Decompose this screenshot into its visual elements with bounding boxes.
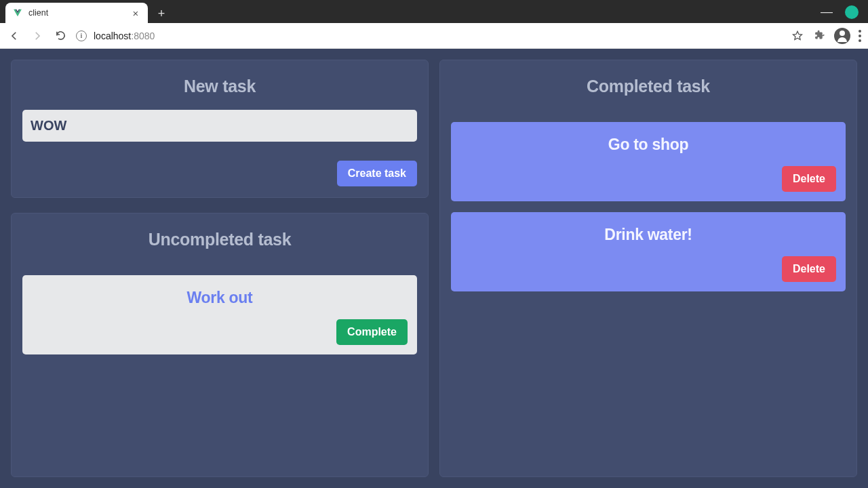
create-task-button[interactable]: Create task [337,161,417,186]
user-avatar-icon[interactable] [834,28,850,44]
delete-button[interactable]: Delete [782,256,836,282]
forward-button[interactable] [30,28,45,43]
new-tab-button[interactable]: + [152,4,171,23]
reload-button[interactable] [53,28,68,43]
task-card: Work out Complete [22,275,417,354]
tab-title: client [28,8,125,18]
uncompleted-heading: Uncompleted task [22,230,417,249]
task-card: Go to shop Delete [451,122,846,201]
site-info-icon[interactable]: i [76,30,87,41]
task-title: Work out [32,289,408,307]
right-column: Completed task Go to shop Delete Drink w… [439,60,857,477]
uncompleted-panel: Uncompleted task Work out Complete [11,213,429,477]
extensions-icon[interactable] [812,29,826,43]
new-task-heading: New task [22,77,417,96]
task-title: Go to shop [460,136,836,154]
close-icon[interactable]: × [130,7,141,19]
completed-heading: Completed task [451,77,846,96]
address-bar[interactable]: i localhost:8080 [76,30,783,41]
task-title: Drink water! [460,226,836,244]
browser-toolbar: i localhost:8080 [0,23,868,49]
chrome-profile-icon[interactable] [845,5,859,19]
url-text: localhost:8080 [94,30,155,41]
browser-tab[interactable]: client × [5,3,148,23]
vue-icon [12,7,23,18]
minimize-icon[interactable]: — [821,5,833,19]
delete-button[interactable]: Delete [782,166,836,192]
bookmark-star-icon[interactable] [791,29,804,43]
new-task-panel: New task Create task [11,60,429,198]
browser-menu-icon[interactable] [859,30,861,42]
browser-tab-strip: client × + — [0,0,868,23]
back-button[interactable] [7,28,22,43]
completed-panel: Completed task Go to shop Delete Drink w… [439,60,857,477]
new-task-input[interactable] [22,110,417,142]
complete-button[interactable]: Complete [336,319,408,345]
app-root: New task Create task Uncompleted task Wo… [0,49,868,488]
left-column: New task Create task Uncompleted task Wo… [11,60,429,477]
task-card: Drink water! Delete [451,212,846,291]
